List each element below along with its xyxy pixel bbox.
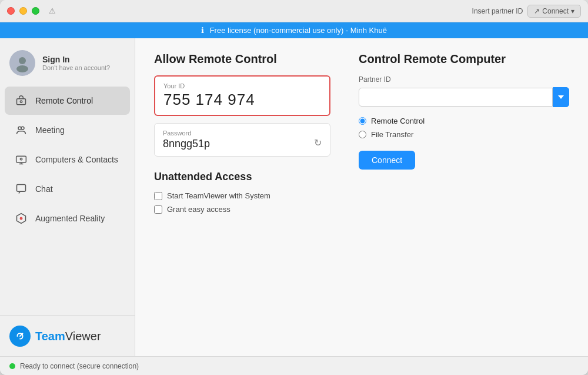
profile-sub: Don't have an account? (42, 64, 110, 71)
password-label: Password (163, 130, 210, 137)
sidebar-item-chat[interactable]: Chat (5, 175, 130, 203)
grant-easy-access-checkbox[interactable]: Grant easy access (154, 205, 330, 214)
sidebar-bottom: TeamViewer (0, 316, 135, 356)
license-message: Free license (non-commercial use only) -… (210, 26, 387, 35)
radio-remote-control-input[interactable] (359, 117, 366, 125)
insert-partner-label[interactable]: Insert partner ID (472, 7, 523, 15)
svg-point-0 (19, 57, 26, 64)
connect-arrow-icon: ↗ (534, 7, 540, 15)
sidebar-nav: Remote Control Meeting (0, 85, 135, 316)
avatar (9, 50, 35, 76)
partner-id-input-row (359, 87, 569, 107)
connect-button[interactable]: Connect (359, 151, 415, 170)
svg-point-7 (20, 158, 22, 160)
meeting-icon (14, 123, 28, 137)
radio-file-transfer-label: File Transfer (371, 130, 413, 139)
password-value: 8nngg51p (163, 138, 210, 150)
control-remote-title: Control Remote Computer (359, 52, 569, 66)
license-banner: ℹ Free license (non-commercial use only)… (0, 22, 588, 38)
warning-icon: ⚠ (49, 6, 56, 15)
radio-remote-control-label: Remote Control (371, 117, 425, 125)
chat-icon (14, 182, 28, 196)
your-id-label: Your ID (163, 82, 321, 89)
profile-name: Sign In (42, 55, 110, 64)
augmented-reality-icon (14, 211, 28, 225)
svg-rect-8 (17, 185, 26, 192)
title-bar: ⚠ Insert partner ID ↗ Connect ▾ (0, 0, 588, 22)
sidebar: Sign In Don't have an account? Remote Co… (0, 38, 135, 356)
allow-remote-title: Allow Remote Control (154, 52, 330, 66)
title-bar-right: Insert partner ID ↗ Connect ▾ (472, 5, 581, 18)
app-window: ⚠ Insert partner ID ↗ Connect ▾ ℹ Free l… (0, 0, 588, 375)
sidebar-item-meeting[interactable]: Meeting (5, 116, 130, 144)
start-with-system-input[interactable] (154, 192, 162, 200)
minimize-button[interactable] (19, 7, 27, 15)
password-box: Password 8nngg51p ↻ (154, 123, 330, 157)
chevron-down-icon: ▾ (571, 7, 574, 15)
sidebar-item-augmented-reality[interactable]: Augmented Reality (5, 204, 130, 233)
grant-easy-access-label: Grant easy access (167, 205, 230, 214)
svg-point-5 (21, 127, 24, 130)
traffic-lights (7, 7, 39, 15)
remote-control-icon (14, 94, 28, 108)
teamviewer-logo (9, 326, 31, 347)
sidebar-item-label: Meeting (35, 125, 65, 135)
sidebar-item-label: Computers & Contacts (35, 155, 118, 164)
sidebar-item-label: Remote Control (35, 96, 93, 105)
radio-group: Remote Control File Transfer (359, 117, 569, 139)
sidebar-item-label: Augmented Reality (35, 214, 105, 223)
allow-remote-section: Allow Remote Control Your ID 755 174 974… (154, 52, 330, 342)
start-with-system-checkbox[interactable]: Start TeamViewer with System (154, 191, 330, 200)
sidebar-profile[interactable]: Sign In Don't have an account? (0, 38, 135, 85)
sidebar-item-computers-contacts[interactable]: Computers & Contacts (5, 145, 130, 174)
brand-name: TeamViewer (35, 330, 101, 343)
control-remote-section: Control Remote Computer Partner ID Remot… (359, 52, 569, 342)
status-text: Ready to connect (secure connection) (20, 362, 139, 370)
main-content: Allow Remote Control Your ID 755 174 974… (135, 38, 588, 356)
unattended-title: Unattended Access (154, 171, 330, 183)
your-id-value: 755 174 974 (163, 91, 321, 109)
status-bar: Ready to connect (secure connection) (0, 356, 588, 375)
radio-remote-control[interactable]: Remote Control (359, 117, 569, 125)
partner-id-label: Partner ID (359, 75, 569, 84)
svg-point-3 (20, 101, 22, 102)
svg-point-9 (20, 217, 22, 219)
grant-easy-access-input[interactable] (154, 205, 162, 214)
refresh-icon[interactable]: ↻ (314, 137, 322, 148)
sidebar-item-label: Chat (35, 184, 53, 194)
svg-point-1 (16, 65, 28, 72)
partner-id-input[interactable] (359, 88, 553, 107)
info-icon: ℹ (201, 26, 204, 35)
computers-contacts-icon (14, 152, 28, 167)
start-with-system-label: Start TeamViewer with System (167, 191, 270, 200)
status-dot (9, 363, 15, 369)
maximize-button[interactable] (32, 7, 39, 15)
partner-id-dropdown[interactable] (553, 87, 569, 107)
sidebar-item-remote-control[interactable]: Remote Control (5, 87, 130, 115)
radio-file-transfer-input[interactable] (359, 131, 366, 138)
your-id-box: Your ID 755 174 974 (154, 75, 330, 116)
svg-rect-6 (16, 156, 26, 162)
profile-text: Sign In Don't have an account? (42, 55, 110, 71)
password-content: Password 8nngg51p (163, 130, 210, 150)
connect-top-button[interactable]: ↗ Connect ▾ (527, 5, 581, 18)
radio-file-transfer[interactable]: File Transfer (359, 130, 569, 139)
svg-rect-2 (17, 99, 26, 105)
main-layout: Sign In Don't have an account? Remote Co… (0, 38, 588, 356)
close-button[interactable] (7, 7, 15, 15)
connect-top-label: Connect (542, 7, 569, 15)
